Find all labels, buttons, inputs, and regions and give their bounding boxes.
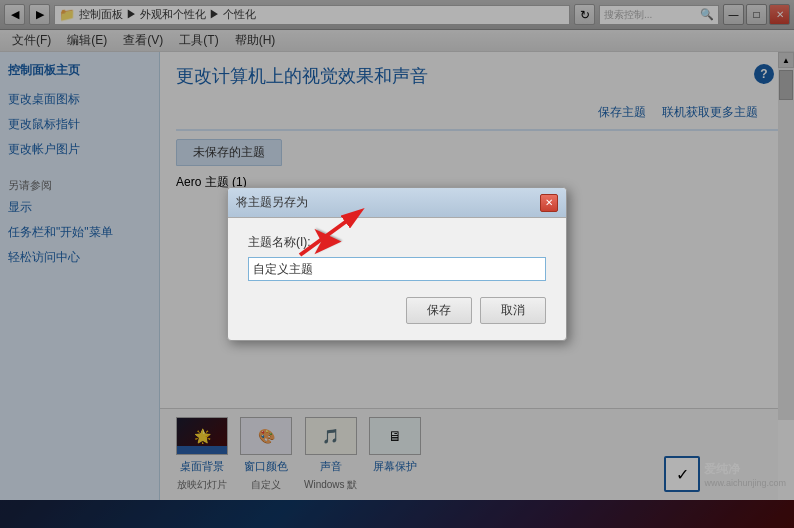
modal-overlay: ➤ 将主题另存为 ✕ 主题名称(I): 保存 取消	[0, 0, 794, 528]
dialog-close-button[interactable]: ✕	[540, 194, 558, 212]
dialog-title-bar: 将主题另存为 ✕	[228, 188, 566, 218]
save-theme-dialog: 将主题另存为 ✕ 主题名称(I): 保存 取消	[227, 187, 567, 341]
dialog-input-label: 主题名称(I):	[248, 234, 546, 251]
dialog-buttons: 保存 取消	[248, 297, 546, 324]
dialog-body: 主题名称(I): 保存 取消	[228, 218, 566, 340]
dialog-title-text: 将主题另存为	[236, 194, 308, 211]
save-button[interactable]: 保存	[406, 297, 472, 324]
cancel-button[interactable]: 取消	[480, 297, 546, 324]
theme-name-input[interactable]	[248, 257, 546, 281]
